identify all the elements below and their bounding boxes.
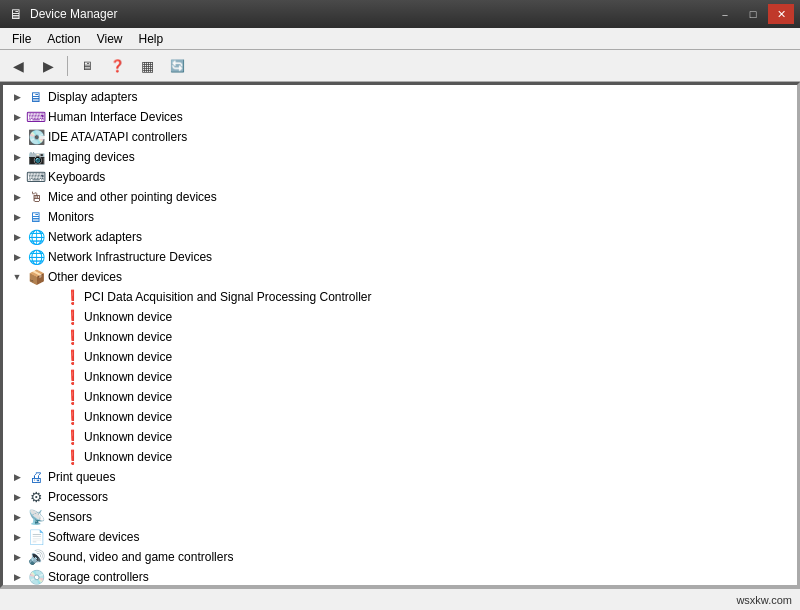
tree-item-unknown2[interactable]: ❗Unknown device — [3, 327, 797, 347]
expander-hid[interactable]: ▶ — [9, 109, 25, 125]
tree-item-keyboard[interactable]: ▶⌨Keyboards — [3, 167, 797, 187]
expander-unknown5[interactable] — [45, 389, 61, 405]
tree-item-unknown3[interactable]: ❗Unknown device — [3, 347, 797, 367]
expander-unknown1[interactable] — [45, 309, 61, 325]
expander-software[interactable]: ▶ — [9, 529, 25, 545]
toolbar: ◀ ▶ 🖥 ❓ ▦ 🔄 — [0, 50, 800, 82]
label-netinfra: Network Infrastructure Devices — [48, 250, 212, 264]
tree-item-pci[interactable]: ❗PCI Data Acquisition and Signal Process… — [3, 287, 797, 307]
tree-item-hid[interactable]: ▶⌨Human Interface Devices — [3, 107, 797, 127]
maximize-button[interactable]: □ — [740, 4, 766, 24]
label-other: Other devices — [48, 270, 122, 284]
tree-item-monitors[interactable]: ▶🖥Monitors — [3, 207, 797, 227]
tree-item-imaging[interactable]: ▶📷Imaging devices — [3, 147, 797, 167]
properties-button[interactable]: ❓ — [103, 53, 131, 79]
window-controls: _ □ ✕ — [712, 4, 794, 24]
expander-print[interactable]: ▶ — [9, 469, 25, 485]
label-unknown7: Unknown device — [84, 430, 172, 444]
tree-item-network[interactable]: ▶🌐Network adapters — [3, 227, 797, 247]
view1-button[interactable]: ▦ — [133, 53, 161, 79]
icon-unknown2: ❗ — [63, 328, 81, 346]
menu-help[interactable]: Help — [131, 30, 172, 48]
label-unknown2: Unknown device — [84, 330, 172, 344]
icon-other: 📦 — [27, 268, 45, 286]
expander-keyboard[interactable]: ▶ — [9, 169, 25, 185]
expander-pci[interactable] — [45, 289, 61, 305]
tree-item-ide[interactable]: ▶💽IDE ATA/ATAPI controllers — [3, 127, 797, 147]
expander-imaging[interactable]: ▶ — [9, 149, 25, 165]
scan-button[interactable]: 🔄 — [163, 53, 191, 79]
expander-unknown2[interactable] — [45, 329, 61, 345]
tree-item-sound[interactable]: ▶🔊Sound, video and game controllers — [3, 547, 797, 567]
tree-item-unknown7[interactable]: ❗Unknown device — [3, 427, 797, 447]
device-tree[interactable]: ▶🖥Display adapters▶⌨Human Interface Devi… — [2, 84, 798, 586]
icon-storage: 💿 — [27, 568, 45, 586]
label-monitors: Monitors — [48, 210, 94, 224]
icon-unknown8: ❗ — [63, 448, 81, 466]
icon-monitors: 🖥 — [27, 208, 45, 226]
toolbar-separator-1 — [67, 56, 68, 76]
tree-item-unknown4[interactable]: ❗Unknown device — [3, 367, 797, 387]
expander-unknown8[interactable] — [45, 449, 61, 465]
menu-bar: File Action View Help — [0, 28, 800, 50]
expander-proc[interactable]: ▶ — [9, 489, 25, 505]
label-keyboard: Keyboards — [48, 170, 105, 184]
expander-unknown4[interactable] — [45, 369, 61, 385]
tree-item-sensors[interactable]: ▶📡Sensors — [3, 507, 797, 527]
icon-sensors: 📡 — [27, 508, 45, 526]
expander-monitors[interactable]: ▶ — [9, 209, 25, 225]
expander-sound[interactable]: ▶ — [9, 549, 25, 565]
icon-ide: 💽 — [27, 128, 45, 146]
icon-mice: 🖱 — [27, 188, 45, 206]
label-sensors: Sensors — [48, 510, 92, 524]
icon-pci: ❗ — [63, 288, 81, 306]
expander-storage[interactable]: ▶ — [9, 569, 25, 585]
expander-unknown6[interactable] — [45, 409, 61, 425]
tree-item-other[interactable]: ▼📦Other devices — [3, 267, 797, 287]
tree-item-software[interactable]: ▶📄Software devices — [3, 527, 797, 547]
main-window: ▶🖥Display adapters▶⌨Human Interface Devi… — [0, 82, 800, 588]
icon-unknown5: ❗ — [63, 388, 81, 406]
menu-action[interactable]: Action — [39, 30, 88, 48]
label-pci: PCI Data Acquisition and Signal Processi… — [84, 290, 371, 304]
menu-view[interactable]: View — [89, 30, 131, 48]
expander-unknown7[interactable] — [45, 429, 61, 445]
tree-item-unknown8[interactable]: ❗Unknown device — [3, 447, 797, 467]
label-proc: Processors — [48, 490, 108, 504]
label-unknown5: Unknown device — [84, 390, 172, 404]
icon-unknown7: ❗ — [63, 428, 81, 446]
tree-item-proc[interactable]: ▶⚙Processors — [3, 487, 797, 507]
tree-item-unknown5[interactable]: ❗Unknown device — [3, 387, 797, 407]
expander-other[interactable]: ▼ — [9, 269, 25, 285]
menu-file[interactable]: File — [4, 30, 39, 48]
expander-network[interactable]: ▶ — [9, 229, 25, 245]
icon-hid: ⌨ — [27, 108, 45, 126]
label-hid: Human Interface Devices — [48, 110, 183, 124]
tree-item-mice[interactable]: ▶🖱Mice and other pointing devices — [3, 187, 797, 207]
title-bar: 🖥 Device Manager _ □ ✕ — [0, 0, 800, 28]
tree-item-display[interactable]: ▶🖥Display adapters — [3, 87, 797, 107]
computer-button[interactable]: 🖥 — [73, 53, 101, 79]
label-software: Software devices — [48, 530, 139, 544]
tree-item-unknown6[interactable]: ❗Unknown device — [3, 407, 797, 427]
expander-sensors[interactable]: ▶ — [9, 509, 25, 525]
tree-item-netinfra[interactable]: ▶🌐Network Infrastructure Devices — [3, 247, 797, 267]
expander-display[interactable]: ▶ — [9, 89, 25, 105]
close-button[interactable]: ✕ — [768, 4, 794, 24]
window-title: Device Manager — [30, 7, 117, 21]
expander-netinfra[interactable]: ▶ — [9, 249, 25, 265]
label-ide: IDE ATA/ATAPI controllers — [48, 130, 187, 144]
minimize-button[interactable]: _ — [712, 4, 738, 24]
tree-item-unknown1[interactable]: ❗Unknown device — [3, 307, 797, 327]
expander-mice[interactable]: ▶ — [9, 189, 25, 205]
tree-item-storage[interactable]: ▶💿Storage controllers — [3, 567, 797, 586]
expander-ide[interactable]: ▶ — [9, 129, 25, 145]
back-button[interactable]: ◀ — [4, 53, 32, 79]
tree-item-print[interactable]: ▶🖨Print queues — [3, 467, 797, 487]
icon-keyboard: ⌨ — [27, 168, 45, 186]
icon-proc: ⚙ — [27, 488, 45, 506]
expander-unknown3[interactable] — [45, 349, 61, 365]
label-network: Network adapters — [48, 230, 142, 244]
icon-print: 🖨 — [27, 468, 45, 486]
forward-button[interactable]: ▶ — [34, 53, 62, 79]
